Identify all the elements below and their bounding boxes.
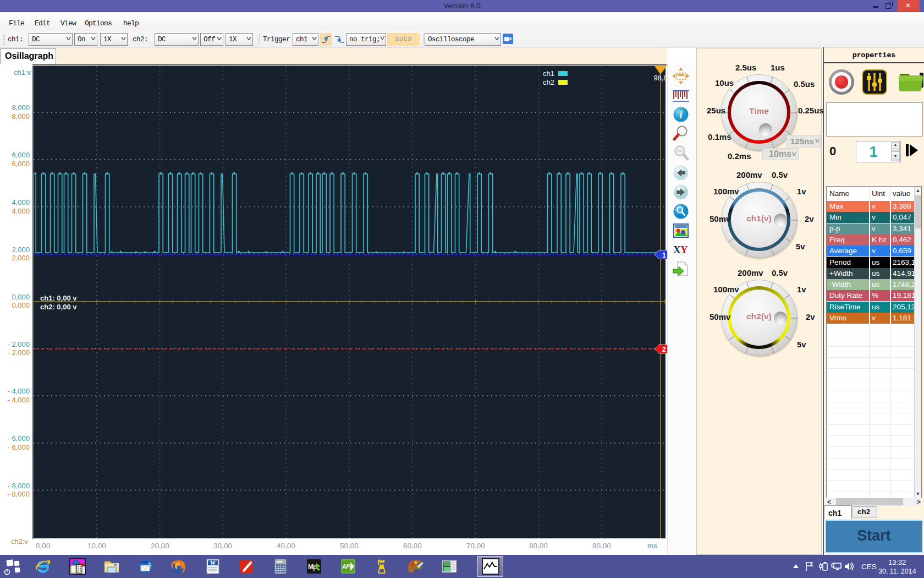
svg-text:2: 2 <box>662 346 666 353</box>
svg-text:ch1: ch1 <box>543 69 554 78</box>
svg-text:1: 1 <box>662 252 666 259</box>
svg-text:i: i <box>679 109 683 121</box>
svg-text:Y: Y <box>680 244 688 255</box>
svg-text:X: X <box>673 244 681 255</box>
svg-text:ch2: ch2 <box>543 78 554 86</box>
svg-text:98,8: 98,8 <box>654 74 667 82</box>
